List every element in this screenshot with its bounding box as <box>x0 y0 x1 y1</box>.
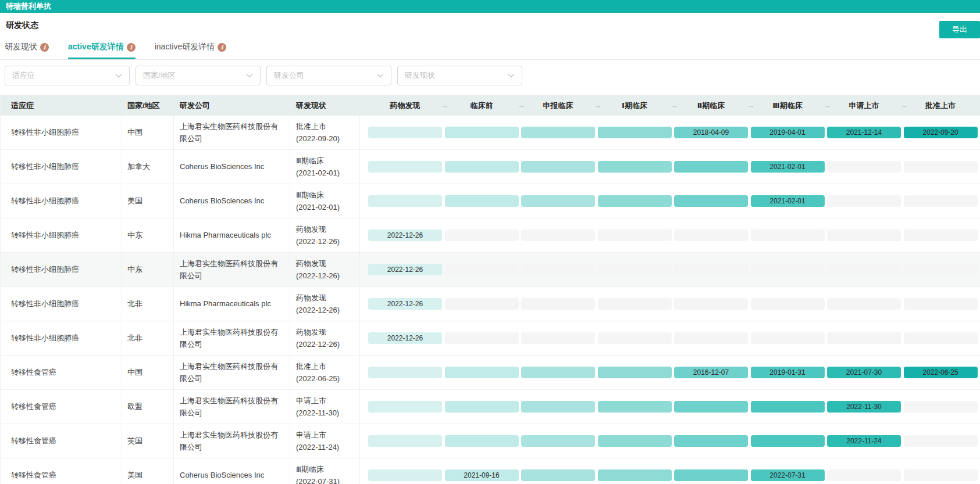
indication-text: 转移性非小细胞肺癌 <box>11 196 79 206</box>
region-filter-select[interactable]: 国家/地区 <box>136 66 261 85</box>
company-cell: Coherus BioSciences Inc <box>174 458 290 484</box>
drug-title: 特瑞普利单抗 <box>6 1 51 12</box>
stage-bar <box>751 435 825 447</box>
pipeline-cell: 2021-02-01 <box>360 184 980 218</box>
stage-bar <box>521 469 595 481</box>
pipeline-cell: 2022-11-30 <box>360 390 980 424</box>
tab-rd-status[interactable]: 研发现状 i <box>5 42 49 59</box>
stage-bar <box>827 230 901 241</box>
stage-bar <box>904 264 978 275</box>
stage-bar <box>598 435 672 447</box>
status-cell: 批准上市(2022-09-20) <box>290 116 360 149</box>
page-title: 研发状态 <box>6 20 38 30</box>
company-text: Hikma Pharmaceuticals plc <box>180 297 271 310</box>
stage-bar <box>368 469 442 481</box>
stage-date-label: 2022-12-26 <box>387 334 423 342</box>
indication-cell: 转移性食管癌 <box>1 356 122 389</box>
company-cell: 上海君实生物医药科技股份有限公司 <box>174 253 290 286</box>
region-cell: 美国 <box>122 458 174 484</box>
indication-cell: 转移性非小细胞肺癌 <box>1 184 122 218</box>
company-cell: 上海君实生物医药科技股份有限公司 <box>174 116 290 149</box>
stage-date-label: 2021-02-01 <box>769 197 805 205</box>
region-text: 北非 <box>127 299 142 309</box>
column-header-status: 研发现状 <box>290 95 360 116</box>
stage-header-cell: →药物发现→临床前→申报临床→Ⅰ期临床→Ⅱ期临床→Ⅲ期临床→申请上市批准上市 <box>360 95 980 116</box>
stage-bar <box>368 195 442 207</box>
window-title-bar: 特瑞普利单抗 <box>0 0 980 13</box>
tab-label: active研发详情 <box>68 42 124 52</box>
status-filter-select[interactable]: 研发现状 <box>397 66 522 85</box>
stage-bar: 2022-11-24 <box>827 435 901 447</box>
stage-bar <box>445 161 519 173</box>
stage-bar <box>521 195 595 207</box>
indication-cell: 转移性非小细胞肺癌 <box>1 253 122 286</box>
info-icon[interactable]: i <box>127 43 136 52</box>
stage-bar <box>521 264 595 275</box>
chevron-down-icon <box>246 72 253 79</box>
status-text: 药物发现 <box>296 257 340 270</box>
stage-bar <box>598 332 672 344</box>
indication-cell: 转移性非小细胞肺癌 <box>1 218 122 252</box>
table-row: 转移性非小细胞肺癌中东Hikma Pharmaceuticals plc药物发现… <box>1 218 980 253</box>
stage-bar <box>445 264 519 275</box>
indication-text: 转移性非小细胞肺癌 <box>11 230 79 241</box>
stage-bar <box>598 298 672 310</box>
stage-bar <box>904 401 978 413</box>
stage-bar: 2022-12-26 <box>368 298 442 310</box>
stage-bar <box>445 230 519 241</box>
status-cell: 药物发现(2022-12-26) <box>290 321 360 355</box>
info-icon[interactable]: i <box>40 43 49 52</box>
table-row: 转移性非小细胞肺癌中东上海君实生物医药科技股份有限公司药物发现(2022-12-… <box>1 253 980 287</box>
filter-bar: 适应症 国家/地区 研发公司 研发现状 <box>0 60 980 85</box>
company-text: Coherus BioSciences Inc <box>180 195 264 207</box>
stage-bar: 2021-02-01 <box>751 195 825 207</box>
tab-active-rd-details[interactable]: active研发详情 i <box>68 42 136 59</box>
company-text: 上海君实生物医药科技股份有限公司 <box>180 120 285 145</box>
stage-date-label: 2021-07-30 <box>846 368 882 377</box>
region-cell: 美国 <box>122 184 174 218</box>
stage-date-label: 2022-07-31 <box>769 471 805 479</box>
stage-bar <box>827 195 901 207</box>
pipeline-cell: 2021-09-162022-07-31 <box>360 458 980 484</box>
info-icon[interactable]: i <box>218 43 226 52</box>
status-text: 药物发现 <box>296 292 340 304</box>
stage-bar <box>521 367 595 378</box>
stage-bar <box>598 469 672 481</box>
stage-bar <box>674 435 748 447</box>
stage-bar <box>674 195 748 207</box>
region-text: 美国 <box>127 470 142 481</box>
indication-text: 转移性食管癌 <box>11 470 56 481</box>
stage-bar: 2021-02-01 <box>751 161 825 173</box>
company-text: Coherus BioSciences Inc <box>180 160 264 173</box>
column-header-indication: 适应症 <box>1 95 122 116</box>
status-date-text: (2022-12-26) <box>296 235 340 248</box>
stage-bar <box>368 367 442 378</box>
stage-bar <box>827 469 901 481</box>
stage-bar <box>674 264 748 275</box>
stage-date-label: 2019-04-01 <box>769 128 805 137</box>
stage-bar <box>598 230 672 241</box>
status-cell: 批准上市(2022-06-25) <box>290 356 360 389</box>
tab-inactive-rd-details[interactable]: inactive研发详情 i <box>155 42 226 59</box>
stage-bar: 2022-06-25 <box>904 367 978 378</box>
stage-bar <box>598 127 672 138</box>
stage-bar <box>827 264 901 275</box>
company-text: Hikma Pharmaceuticals plc <box>180 229 271 241</box>
stage-date-label: 2022-12-26 <box>387 300 423 308</box>
export-button[interactable]: 导出 <box>939 21 980 38</box>
select-placeholder: 适应症 <box>12 70 35 81</box>
table-row: 转移性非小细胞肺癌中国上海君实生物医药科技股份有限公司批准上市(2022-09-… <box>1 116 980 150</box>
stage-bar <box>521 161 595 173</box>
stage-bar <box>827 298 901 310</box>
company-cell: Hikma Pharmaceuticals plc <box>174 218 290 252</box>
stage-bar: 2022-11-30 <box>827 401 901 413</box>
stage-bar <box>598 264 672 275</box>
stage-bar <box>904 195 978 207</box>
stage-bar: 2016-12-07 <box>674 367 748 378</box>
table-row: 转移性食管癌美国Coherus BioSciences IncⅢ期临床(2022… <box>1 458 980 484</box>
company-filter-select[interactable]: 研发公司 <box>266 66 391 85</box>
indication-filter-select[interactable]: 适应症 <box>5 66 130 85</box>
stage-bar <box>368 401 442 413</box>
stage-date-label: 2021-09-16 <box>464 471 499 479</box>
region-text: 中国 <box>127 127 142 138</box>
